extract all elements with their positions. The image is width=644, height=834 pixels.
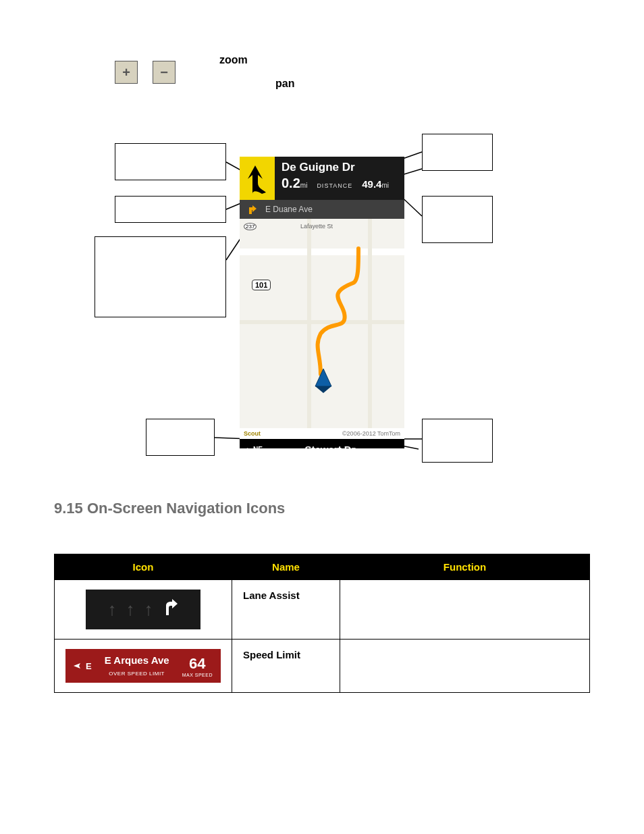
speed-direction-letter: E xyxy=(86,661,92,671)
lane-arrow-dim-icon: ↑ xyxy=(126,599,135,620)
total-distance-unit: mi xyxy=(381,182,389,189)
map-copyright: ©2006-2012 TomTom xyxy=(342,430,400,437)
table-row: ↑ ↑ ↑ Lane Assist xyxy=(55,580,590,640)
zoom-in-button[interactable]: + xyxy=(115,61,138,84)
turn-panel: De Guigne Dr 0.2mi DISTANCE 49.4mi xyxy=(240,157,404,200)
row-name: Lane Assist xyxy=(232,580,340,640)
compass-icon: NE xyxy=(246,445,263,448)
next-turn-panel: E Duane Ave xyxy=(240,200,404,219)
lane-assist-icon: ↑ ↑ ↑ xyxy=(86,590,200,629)
lane-arrow-active-icon xyxy=(163,599,179,620)
row-function xyxy=(340,640,590,693)
street-label-lafayette: Lafayette St xyxy=(300,223,333,230)
primary-street: De Guigne Dr xyxy=(281,161,398,174)
brand-name: Scout xyxy=(244,430,261,437)
lane-arrow-dim-icon: ↑ xyxy=(144,599,153,620)
brand-row: Scout ©2006-2012 TomTom xyxy=(240,428,404,439)
current-street: Stewart Dr xyxy=(263,444,398,449)
map-area[interactable]: 101 Lafayette St 237 xyxy=(240,219,404,428)
callout-box xyxy=(422,419,493,463)
speed-street: E Arques Ave xyxy=(105,654,169,666)
zoom-label: zoom xyxy=(219,54,248,66)
callout-box xyxy=(422,196,493,243)
total-distance-value: 49.4 xyxy=(362,178,381,190)
callout-box xyxy=(115,143,226,180)
svg-marker-11 xyxy=(247,448,250,448)
next-street: E Duane Ave xyxy=(265,205,313,214)
turn-icon xyxy=(240,157,275,200)
svg-marker-12 xyxy=(74,663,80,669)
callout-box xyxy=(115,196,226,223)
speed-value-sub: MAX SPEED xyxy=(182,673,213,677)
navigation-screenshot: De Guigne Dr 0.2mi DISTANCE 49.4mi E Dua… xyxy=(240,157,404,448)
callout-box xyxy=(146,419,215,456)
pan-label: pan xyxy=(275,78,294,90)
total-distance-label: DISTANCE xyxy=(317,182,352,189)
callout-box xyxy=(422,134,493,171)
svg-marker-9 xyxy=(315,369,331,386)
primary-distance-value: 0.2 xyxy=(281,176,300,190)
speed-value: 64 xyxy=(189,655,205,672)
table-row: E E Arques Ave OVER SPEED LIMIT 64 MAX S… xyxy=(55,640,590,693)
next-turn-icon xyxy=(246,203,257,216)
row-function xyxy=(340,580,590,640)
svg-marker-10 xyxy=(315,386,331,393)
speed-sub: OVER SPEED LIMIT xyxy=(109,671,165,677)
callout-box xyxy=(95,236,226,317)
speed-limit-icon: E E Arques Ave OVER SPEED LIMIT 64 MAX S… xyxy=(65,649,221,683)
primary-distance-unit: mi xyxy=(300,182,308,189)
route-line xyxy=(240,219,404,428)
zoom-out-button[interactable]: − xyxy=(153,61,176,84)
turn-text: De Guigne Dr 0.2mi DISTANCE 49.4mi xyxy=(275,157,404,200)
section-heading: 9.15 On-Screen Navigation Icons xyxy=(54,500,285,517)
zoom-controls: + − xyxy=(115,61,190,84)
row-name: Speed Limit xyxy=(232,640,340,693)
hwy-badge-101: 101 xyxy=(252,280,271,290)
compass-direction: NE xyxy=(253,446,263,449)
speed-direction: E xyxy=(74,661,92,671)
footer-bar: NE Stewart Dr xyxy=(240,439,404,448)
lane-arrow-dim-icon: ↑ xyxy=(108,599,117,620)
col-icon: Icon xyxy=(55,554,232,580)
col-name: Name xyxy=(232,554,340,580)
col-function: Function xyxy=(340,554,590,580)
icon-table: Icon Name Function ↑ ↑ ↑ Lane Assis xyxy=(54,554,590,693)
